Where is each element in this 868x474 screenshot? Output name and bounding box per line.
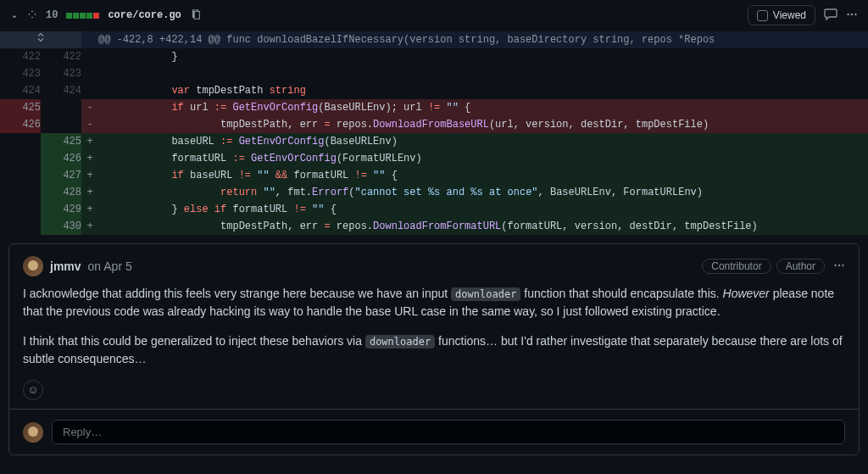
diff-count: 10 — [46, 9, 58, 21]
expand-all-icon[interactable] — [27, 9, 37, 22]
inline-code: downloader — [451, 287, 520, 301]
avatar[interactable] — [23, 422, 43, 443]
svg-point-0 — [847, 13, 849, 14]
line-number-new[interactable]: 428 — [41, 184, 81, 201]
line-number-old[interactable]: 426 — [0, 116, 41, 133]
diff-line[interactable]: 424424 var tmpDestPath string — [0, 82, 868, 99]
diff-line[interactable]: 430+ tmpDestPath, err = repos.DownloadFr… — [0, 218, 868, 235]
line-number-old[interactable]: 423 — [0, 65, 41, 82]
line-number-old[interactable] — [0, 150, 41, 167]
add-reaction-button[interactable]: ☺ — [23, 380, 43, 400]
badge-author: Author — [776, 259, 825, 274]
line-number-new[interactable]: 423 — [41, 65, 81, 82]
line-number-old[interactable] — [0, 133, 41, 150]
viewed-label: Viewed — [773, 9, 806, 21]
line-number-new[interactable] — [41, 116, 81, 133]
diff-marker — [81, 48, 98, 65]
line-number-new[interactable]: 422 — [41, 48, 81, 65]
diff-line[interactable]: 425- if url := GetEnvOrConfig(BaseURLEnv… — [0, 99, 868, 116]
diff-line[interactable]: 426+ formatURL := GetEnvOrConfig(FormatU… — [0, 150, 868, 167]
inline-code: downloader — [365, 335, 435, 349]
code-cell: if baseURL != "" && formatURL != "" { — [98, 167, 868, 184]
svg-point-3 — [834, 264, 836, 265]
diff-marker: + — [81, 201, 98, 218]
comment-emphasis: However — [723, 287, 770, 300]
code-cell: var tmpDestPath string — [98, 82, 868, 99]
line-number-new[interactable] — [41, 99, 81, 116]
diff-line[interactable]: 422422 } — [0, 48, 868, 65]
file-path[interactable]: core/core.go — [108, 9, 181, 21]
line-number-new[interactable]: 427 — [41, 167, 81, 184]
hunk-header-row: @@ -422,8 +422,14 @@ func downloadBazelI… — [0, 31, 868, 48]
line-number-new[interactable]: 430 — [41, 218, 81, 235]
svg-point-2 — [854, 13, 856, 14]
badge-contributor: Contributor — [702, 259, 771, 274]
copy-path-icon[interactable] — [190, 8, 202, 23]
diff-marker: + — [81, 150, 98, 167]
review-comment: jmmv on Apr 5 Contributor Author I ackno… — [8, 243, 860, 455]
diff-marker: + — [81, 218, 98, 235]
comment-text: I think that this could be generalized t… — [23, 334, 365, 348]
line-number-new[interactable]: 425 — [41, 133, 81, 150]
viewed-toggle[interactable]: Viewed — [748, 5, 815, 25]
diff-line[interactable]: 429+ } else if formatURL != "" { — [0, 201, 868, 218]
diff-line[interactable]: 423423 — [0, 65, 868, 82]
diff-marker — [81, 65, 98, 82]
code-cell: } — [98, 48, 868, 65]
svg-point-1 — [851, 13, 853, 14]
code-cell: tmpDestPath, err = repos.DownloadFromFor… — [98, 218, 868, 235]
expand-icon[interactable] — [0, 31, 81, 48]
comment-text: I acknowledge that adding this feels ver… — [23, 287, 451, 300]
kebab-icon[interactable] — [846, 8, 858, 23]
line-number-new[interactable]: 424 — [41, 82, 81, 99]
code-cell: formatURL := GetEnvOrConfig(FormatURLEnv… — [98, 150, 868, 167]
diff-table: @@ -422,8 +422,14 @@ func downloadBazelI… — [0, 31, 868, 235]
diff-marker: + — [81, 184, 98, 201]
diff-line[interactable]: 427+ if baseURL != "" && formatURL != ""… — [0, 167, 868, 184]
line-number-old[interactable] — [0, 167, 41, 184]
reply-input[interactable] — [52, 420, 845, 444]
comment-text: function that should encapsulate this. — [520, 287, 722, 300]
code-cell: } else if formatURL != "" { — [98, 201, 868, 218]
hunk-header-text: @@ -422,8 +422,14 @@ func downloadBazelI… — [98, 31, 868, 48]
diff-marker: - — [81, 116, 98, 133]
line-number-old[interactable]: 422 — [0, 48, 41, 65]
code-cell: return "", fmt.Errorf("cannot set %s and… — [98, 184, 868, 201]
line-number-old[interactable] — [0, 201, 41, 218]
comment-body: I acknowledge that adding this feels ver… — [23, 285, 845, 400]
diff-marker: - — [81, 99, 98, 116]
kebab-icon[interactable] — [833, 259, 845, 274]
line-number-old[interactable]: 425 — [0, 99, 41, 116]
comment-date[interactable]: on Apr 5 — [88, 259, 132, 273]
code-cell: if url := GetEnvOrConfig(BaseURLEnv); ur… — [98, 99, 868, 116]
code-cell: tmpDestPath, err = repos.DownloadFromBas… — [98, 116, 868, 133]
code-cell — [98, 65, 868, 82]
line-number-new[interactable]: 426 — [41, 150, 81, 167]
checkbox-icon — [757, 10, 768, 21]
diff-marker: + — [81, 133, 98, 150]
svg-point-5 — [842, 264, 843, 265]
diff-line[interactable]: 425+ baseURL := GetEnvOrConfig(BaseURLEn… — [0, 133, 868, 150]
line-number-new[interactable]: 429 — [41, 201, 81, 218]
diff-marker: + — [81, 167, 98, 184]
line-number-old[interactable] — [0, 218, 41, 235]
chevron-down-icon[interactable] — [10, 11, 19, 20]
line-number-old[interactable] — [0, 184, 41, 201]
diff-line[interactable]: 426- tmpDestPath, err = repos.DownloadFr… — [0, 116, 868, 133]
diff-stat-bar — [66, 13, 99, 19]
line-number-old[interactable]: 424 — [0, 82, 41, 99]
diff-marker — [81, 82, 98, 99]
comment-author[interactable]: jmmv — [50, 259, 81, 273]
file-header: 10 core/core.go Viewed — [0, 0, 868, 31]
svg-point-4 — [838, 264, 840, 265]
code-cell: baseURL := GetEnvOrConfig(BaseURLEnv) — [98, 133, 868, 150]
diff-line[interactable]: 428+ return "", fmt.Errorf("cannot set %… — [0, 184, 868, 201]
avatar[interactable] — [23, 256, 43, 276]
comment-icon[interactable] — [824, 8, 837, 24]
